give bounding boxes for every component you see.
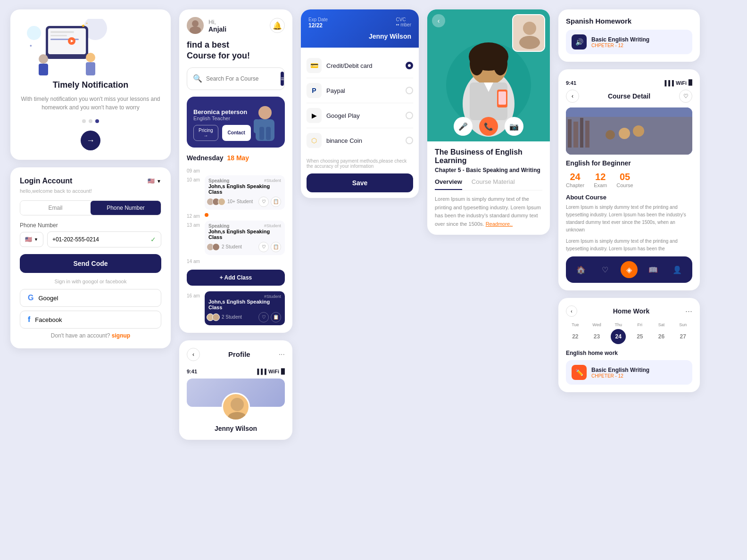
cal-date-26[interactable]: 26: [654, 329, 669, 344]
svg-point-11: [86, 53, 95, 62]
hw-audio-icon: 🔊: [572, 34, 587, 49]
payment-binance[interactable]: ⬡ binance Coin: [307, 128, 413, 153]
profile-avatar: [222, 393, 250, 421]
add-class-button[interactable]: + Add Class: [187, 270, 285, 286]
cal-date-22[interactable]: 22: [568, 329, 583, 344]
payment-paypal[interactable]: P Paypal: [307, 78, 413, 103]
cvc-label: CVC: [396, 17, 411, 22]
cd-nav-book[interactable]: 📖: [645, 261, 662, 278]
cd-course-name: English for Beginner: [566, 159, 692, 167]
login-subtitle: hello,welcome back to account!: [20, 188, 161, 194]
facebook-signin-button[interactable]: f Facebook: [20, 311, 161, 329]
hw2-prev-button[interactable]: ‹: [566, 305, 577, 317]
contact-button[interactable]: Contact: [222, 125, 251, 141]
note-btn-1[interactable]: 📋: [271, 197, 281, 207]
payment-google-play[interactable]: ▶ Googel Play: [307, 103, 413, 128]
svg-point-37: [523, 22, 536, 35]
save-payment-button[interactable]: Save: [307, 173, 413, 192]
schedule-item-3: #Student John,s English Speaking Class 2: [205, 291, 285, 325]
svg-point-47: [633, 125, 644, 137]
course-search-card: Hi, Anjali 🔔 find a best Course for you!…: [179, 9, 292, 333]
country-flag-input[interactable]: 🇺🇸▼: [20, 232, 43, 247]
profile-more-button[interactable]: ···: [279, 350, 285, 359]
google-label: Googel: [38, 295, 58, 302]
paypal-radio[interactable]: [406, 87, 413, 94]
google-play-label: Googel Play: [326, 112, 401, 119]
filter-icon: ≡: [281, 75, 284, 82]
filter-button[interactable]: ≡: [281, 72, 284, 86]
profile-status-bar: 9:41 ▐▐▐ WiFi ▉: [187, 366, 285, 379]
end-call-button[interactable]: 📞: [479, 117, 498, 136]
google-play-icon: ▶: [307, 108, 322, 123]
binance-radio[interactable]: [406, 137, 413, 144]
payment-card: Exp Date 12/22 CVC •• mber Jenny Wilson …: [301, 9, 419, 198]
notification-desc: With timely notification you won't miss …: [20, 95, 161, 112]
exp-value: 12/22: [308, 22, 328, 29]
camera-button[interactable]: 📷: [505, 117, 523, 136]
svg-point-1: [27, 26, 41, 40]
schedule-day: Wednesday 18 May: [187, 154, 285, 162]
heart-btn-2[interactable]: ♡: [258, 242, 269, 252]
credit-card-radio[interactable]: [406, 62, 413, 69]
svg-text:✦: ✦: [29, 44, 33, 48]
svg-text:+: +: [86, 22, 88, 25]
svg-rect-42: [568, 119, 572, 148]
heart-btn-1[interactable]: ♡: [258, 197, 269, 207]
dot-3: [95, 119, 99, 123]
cd-stat-chapter: 24 Chapter: [566, 172, 584, 188]
video-back-button[interactable]: ‹: [432, 14, 445, 27]
profile-title: Profile: [228, 350, 250, 358]
battery-icon: ▉: [281, 369, 285, 375]
svg-rect-22: [254, 119, 259, 133]
tab-course-material[interactable]: Course Material: [472, 178, 515, 190]
search-input[interactable]: [206, 75, 277, 82]
google-play-radio[interactable]: [406, 112, 413, 119]
phone-number-display: +01-202-555-0214 ✓: [47, 231, 161, 247]
card-holder-name: Jenny Wilson: [308, 33, 411, 40]
cd-nav-heart[interactable]: ♡: [597, 261, 614, 278]
flag-selector[interactable]: 🇺🇸▼: [148, 178, 161, 184]
readmore-link[interactable]: Readmore..: [486, 221, 513, 227]
facebook-icon: f: [28, 315, 30, 324]
cd-nav-profile[interactable]: 👤: [669, 261, 686, 278]
mic-button[interactable]: 🎤: [454, 117, 473, 136]
hw2-more-button[interactable]: ···: [685, 306, 692, 316]
schedule-list: 09 am 10 am Speaking #Student John,s Eng…: [187, 166, 285, 325]
bell-button[interactable]: 🔔: [270, 18, 285, 33]
send-code-button[interactable]: Send Code: [20, 254, 161, 273]
cd-course-label: Course: [616, 182, 633, 188]
tab-overview[interactable]: Overview: [435, 178, 462, 190]
cal-date-24[interactable]: 24: [611, 329, 626, 344]
course-detail-heart-button[interactable]: ♡: [679, 90, 692, 103]
tab-email[interactable]: Email: [20, 201, 91, 215]
cal-date-27[interactable]: 27: [675, 329, 690, 344]
cd-wifi-icon: WiFi: [676, 80, 687, 86]
cd-exam-val: 12: [594, 172, 607, 182]
teacher-avatar: [251, 103, 279, 141]
tab-phone[interactable]: Phone Number: [91, 201, 161, 215]
payment-methods-list: 💳 Credit/Debit card P Paypal ▶ Googel Pl…: [301, 48, 419, 158]
pricing-button[interactable]: Pricing →: [193, 125, 218, 141]
google-signin-button[interactable]: G Googel: [20, 289, 161, 307]
cal-date-25[interactable]: 25: [632, 329, 647, 344]
cd-nav-courses[interactable]: ◈: [621, 261, 638, 278]
hw2-item-1: ✏️ Basic English Writing CHPETER - 12: [566, 360, 692, 385]
heart-btn-3[interactable]: ♡: [258, 312, 269, 322]
cd-bottom-nav: 🏠 ♡ ◈ 📖 👤: [566, 256, 692, 283]
cal-date-23[interactable]: 23: [589, 329, 605, 344]
signup-link[interactable]: signup: [112, 332, 130, 339]
next-arrow-button[interactable]: →: [81, 131, 100, 150]
svg-point-18: [258, 106, 272, 119]
schedule-item-1: Speaking #Student John,s English Speakin…: [205, 175, 285, 210]
spanish-homework-card: Spanish Homework 🔊 Basic English Writing…: [558, 9, 700, 62]
course-detail-back-button[interactable]: ‹: [566, 90, 579, 103]
video-title: The Business of English Learning: [435, 148, 542, 165]
cd-about-title: About Course: [566, 194, 692, 201]
payment-credit-card[interactable]: 💳 Credit/Debit card: [307, 53, 413, 78]
profile-back-button[interactable]: ‹: [187, 348, 200, 361]
note-btn-3[interactable]: 📋: [271, 312, 281, 322]
user-avatar: [187, 17, 204, 34]
note-btn-2[interactable]: 📋: [271, 242, 281, 252]
cd-nav-home[interactable]: 🏠: [573, 261, 589, 278]
greeting-hi: Hi,: [208, 18, 270, 25]
